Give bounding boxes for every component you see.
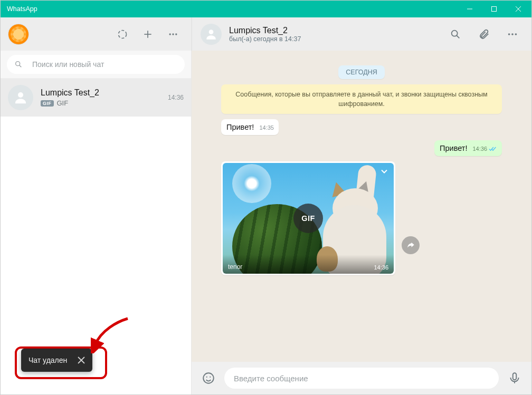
app-body: Поиск или новый чат Lumpics Test_2 GIF G… [1, 17, 531, 394]
close-window-button[interactable] [506, 1, 530, 17]
emoji-icon[interactable] [200, 370, 217, 387]
toast-text: Чат удален [28, 356, 67, 364]
gif-preview: GIF tenor 14:36 [223, 163, 394, 274]
gif-source: tenor [228, 263, 242, 271]
svg-point-18 [515, 33, 517, 35]
message-input[interactable]: Введите сообщение [224, 368, 499, 389]
conversation-header[interactable]: Lumpics Test_2 был(-а) сегодня в 14:37 [192, 17, 531, 51]
svg-point-20 [206, 377, 207, 378]
minimize-button[interactable] [458, 1, 482, 17]
chat-list-item[interactable]: Lumpics Test_2 GIF GIF 14:36 [1, 79, 191, 117]
encryption-notice: Сообщения, которые вы отправляете в данн… [221, 84, 502, 114]
date-separator: СЕГОДНЯ [338, 65, 384, 79]
svg-point-8 [172, 33, 174, 35]
svg-point-4 [119, 30, 127, 38]
sidebar: Поиск или новый чат Lumpics Test_2 GIF G… [1, 17, 192, 394]
message-time: 14:36 [472, 146, 487, 152]
chat-list-item-preview-text: GIF [57, 99, 69, 107]
chat-list-item-preview: GIF GIF [41, 99, 160, 107]
chat-list-item-time: 14:36 [168, 94, 184, 101]
new-chat-icon[interactable] [137, 24, 158, 45]
sidebar-header [1, 17, 191, 51]
chat-list: Lumpics Test_2 GIF GIF 14:36 [1, 79, 191, 394]
self-avatar[interactable] [8, 24, 29, 45]
svg-point-7 [169, 33, 171, 35]
message-out[interactable]: Привет! 14:36 [434, 140, 502, 156]
conversation-search-icon[interactable] [445, 24, 466, 45]
toast-close-icon[interactable] [78, 357, 85, 364]
app-window: WhatsApp [0, 0, 532, 395]
messages-area[interactable]: СЕГОДНЯ Сообщения, которые вы отправляет… [192, 51, 531, 362]
svg-point-9 [175, 33, 177, 35]
conversation-contact-name: Lumpics Test_2 [229, 26, 438, 35]
search-bar: Поиск или новый чат [1, 51, 191, 79]
message-text: Привет! [440, 144, 467, 152]
svg-point-13 [209, 30, 214, 34]
window-title: WhatsApp [7, 5, 458, 13]
attach-icon[interactable] [473, 24, 495, 45]
contact-avatar-icon [8, 85, 33, 110]
svg-rect-22 [513, 373, 517, 380]
message-time: 14:36 [374, 264, 388, 271]
message-text: Привет! [226, 123, 254, 131]
conversation-menu-icon[interactable] [502, 24, 523, 45]
svg-line-11 [20, 65, 22, 68]
gif-tag-icon: GIF [41, 100, 54, 107]
read-ticks-icon [489, 146, 497, 152]
titlebar: WhatsApp [1, 1, 531, 17]
message-menu-chevron-icon[interactable] [379, 166, 390, 178]
search-placeholder: Поиск или новый чат [32, 60, 104, 69]
svg-point-17 [511, 33, 514, 35]
search-icon [14, 60, 23, 69]
svg-rect-1 [492, 7, 497, 12]
chat-list-item-body: Lumpics Test_2 GIF GIF [41, 88, 160, 107]
mic-icon[interactable] [506, 370, 523, 387]
gif-play-badge[interactable]: GIF [293, 204, 323, 233]
toast: Чат удален [21, 349, 92, 372]
svg-point-12 [18, 92, 23, 98]
svg-point-16 [508, 33, 510, 35]
forward-button[interactable] [402, 236, 420, 254]
svg-line-15 [457, 35, 459, 38]
menu-icon[interactable] [163, 24, 184, 45]
svg-point-19 [203, 373, 214, 383]
message-in[interactable]: Привет! 14:35 [221, 119, 279, 135]
chat-list-item-name: Lumpics Test_2 [41, 88, 160, 98]
composer: Введите сообщение [192, 362, 531, 394]
svg-point-10 [16, 62, 20, 66]
conversation-avatar [201, 24, 222, 45]
message-gif[interactable]: GIF tenor 14:36 [221, 161, 395, 275]
status-icon[interactable] [112, 24, 133, 45]
search-input[interactable]: Поиск или новый чат [7, 55, 185, 74]
maximize-button[interactable] [482, 1, 506, 17]
svg-point-14 [452, 30, 458, 36]
message-meta: 14:36 [472, 146, 497, 152]
conversation-info: Lumpics Test_2 был(-а) сегодня в 14:37 [229, 26, 438, 43]
message-input-placeholder: Введите сообщение [234, 374, 308, 383]
conversation-contact-status: был(-а) сегодня в 14:37 [229, 35, 438, 43]
conversation-pane: Lumpics Test_2 был(-а) сегодня в 14:37 С… [192, 17, 531, 394]
svg-point-21 [210, 377, 211, 378]
message-time: 14:35 [259, 124, 274, 131]
